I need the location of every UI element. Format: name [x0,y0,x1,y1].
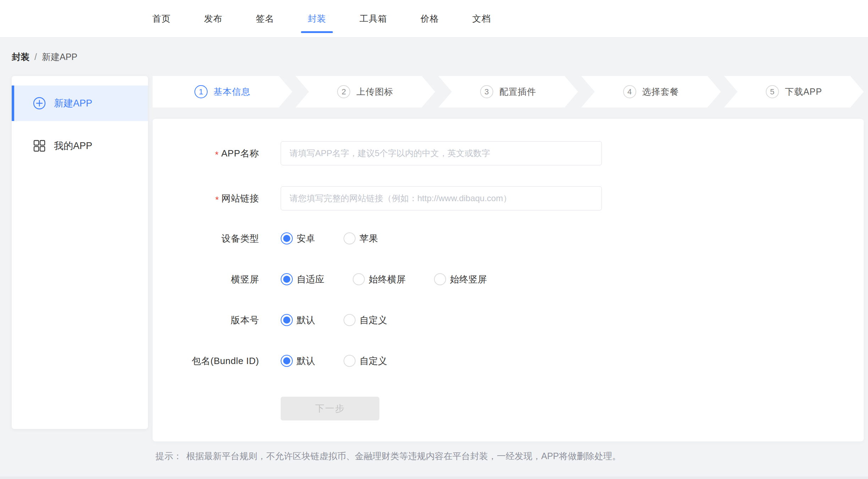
nav-tab-home[interactable]: 首页 [152,0,171,37]
hint-prefix: 提示： [155,450,182,462]
form-row-version: 版本号 默认 自定义 [153,313,864,327]
radio-icon [344,232,356,244]
next-step-button[interactable]: 下一步 [281,397,379,420]
step-label: 基本信息 [214,86,251,98]
radio-icon [344,314,356,326]
step-number-badge: 2 [337,85,350,98]
radio-bundle-custom[interactable]: 自定义 [344,355,387,367]
step-configure-plugins: 3 配置插件 [438,76,578,108]
field-label: * APP名称 [153,147,259,160]
field-label: 版本号 [153,314,259,326]
step-number-badge: 5 [766,85,779,98]
sidebar-item-my-apps[interactable]: 我的APP [12,128,148,164]
radio-orientation-portrait[interactable]: 始终竖屏 [434,273,487,286]
step-number-badge: 1 [194,85,208,98]
website-url-input[interactable] [281,186,602,210]
form-row-device-type: 设备类型 安卓 苹果 [153,231,864,246]
submit-row: 下一步 [153,397,864,420]
app-name-input[interactable] [281,141,602,165]
sidebar-item-label: 我的APP [54,139,92,152]
step-label: 配置插件 [499,86,536,98]
step-number-badge: 4 [623,85,636,98]
form-row-bundle-id: 包名(Bundle ID) 默认 自定义 [153,354,864,368]
field-label: * 网站链接 [153,192,259,205]
radio-bundle-default[interactable]: 默认 [281,355,315,367]
nav-tab-toolbox[interactable]: 工具箱 [359,0,387,37]
step-number-badge: 3 [480,85,493,98]
grid-icon [33,139,46,152]
form-row-app-name: * APP名称 [153,141,864,165]
radio-icon [353,273,365,285]
sidebar-item-new-app[interactable]: 新建APP [12,86,148,121]
nav-tab-publish[interactable]: 发布 [204,0,223,37]
nav-tab-signature[interactable]: 签名 [256,0,274,37]
breadcrumb-section[interactable]: 封装 [12,51,29,63]
radio-icon [281,314,293,326]
plus-circle-icon [33,97,46,110]
field-label: 设备类型 [153,232,259,245]
hint-text: 根据最新平台规则，不允许区块链虚拟币、金融理财类等违规内容在平台封装，一经发现，… [186,450,621,462]
nav-tab-packaging[interactable]: 封装 [308,0,326,37]
breadcrumb: 封装 / 新建APP [0,38,868,76]
required-marker: * [215,192,219,204]
content-area: 新建APP 我的APP 1 基本信息 2 上传图标 [0,76,868,462]
radio-icon [281,232,293,244]
radio-orientation-landscape[interactable]: 始终横屏 [353,273,406,286]
step-upload-icon: 2 上传图标 [296,76,435,108]
platform-rule-hint: 提示： 根据最新平台规则，不允许区块链虚拟币、金融理财类等违规内容在平台封装，一… [155,450,864,462]
step-label: 上传图标 [356,86,393,98]
breadcrumb-page: 新建APP [42,51,77,63]
nav-tab-pricing[interactable]: 价格 [421,0,439,37]
radio-ios[interactable]: 苹果 [344,232,378,245]
step-basic-info: 1 基本信息 [153,76,292,108]
radio-icon [434,273,446,285]
nav-tab-docs[interactable]: 文档 [472,0,491,37]
footer-divider [0,477,868,479]
radio-orientation-auto[interactable]: 自适应 [281,273,324,286]
field-label: 横竖屏 [153,273,259,286]
top-navbar: 首页 发布 签名 封装 工具箱 价格 文档 [0,0,868,38]
sidebar: 新建APP 我的APP [12,76,148,429]
step-download-app: 5 下载APP [724,76,864,108]
radio-version-custom[interactable]: 自定义 [344,314,387,326]
radio-android[interactable]: 安卓 [281,232,315,245]
step-label: 下载APP [785,86,822,98]
sidebar-item-label: 新建APP [54,97,92,110]
form-row-website-url: * 网站链接 [153,186,864,210]
form-row-orientation: 横竖屏 自适应 始终横屏 始终竖屏 [153,272,864,286]
radio-icon [344,355,356,367]
radio-icon [281,273,293,285]
required-marker: * [215,147,219,159]
field-label: 包名(Bundle ID) [153,355,259,367]
basic-info-form: * APP名称 * 网站链接 设备类型 [153,119,864,441]
radio-version-default[interactable]: 默认 [281,314,315,326]
radio-icon [281,355,293,367]
step-select-plan: 4 选择套餐 [581,76,721,108]
main-panel: 1 基本信息 2 上传图标 3 配置插件 4 选择套餐 5 下载APP [153,76,864,462]
step-label: 选择套餐 [642,86,679,98]
breadcrumb-separator: / [34,52,37,62]
step-wizard: 1 基本信息 2 上传图标 3 配置插件 4 选择套餐 5 下载APP [153,76,864,108]
